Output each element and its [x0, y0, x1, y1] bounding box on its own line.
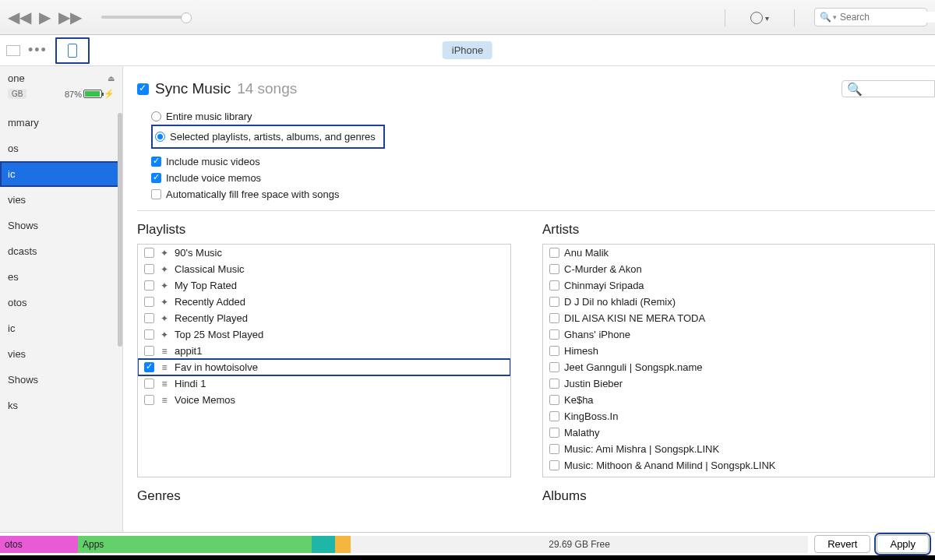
storage-other2 [335, 536, 351, 553]
checkbox[interactable] [144, 329, 154, 340]
playlists-header: Playlists [137, 222, 511, 238]
artist-item[interactable]: Music: Ami Mishra | Songspk.LINK [543, 441, 934, 457]
playlist-item[interactable]: ≡Hindi 1 [138, 375, 510, 392]
account-menu[interactable]: ▾ [725, 9, 795, 26]
sync-music-checkbox[interactable] [137, 83, 149, 95]
checkbox-include-memos[interactable]: Include voice memos [151, 170, 935, 186]
checkbox[interactable] [144, 264, 154, 274]
playlist-item[interactable]: ✦Recently Played [138, 310, 510, 326]
checkbox[interactable] [144, 346, 154, 356]
checkbox[interactable] [144, 313, 154, 323]
sidebar-item[interactable]: os [0, 136, 122, 161]
sidebar-item[interactable]: mmary [0, 110, 122, 136]
scrollbar[interactable] [118, 113, 122, 347]
global-search[interactable]: 🔍▾ [814, 8, 927, 26]
checkbox[interactable] [144, 362, 154, 372]
playlist-item[interactable]: ✦Top 25 Most Played [138, 326, 510, 343]
checkbox[interactable] [144, 379, 154, 389]
device-tab[interactable]: iPhone [443, 41, 492, 59]
sidebar-item[interactable]: dcasts [0, 238, 122, 264]
checkbox[interactable] [549, 313, 559, 323]
more-icon[interactable]: ••• [28, 42, 48, 58]
checkbox[interactable] [549, 297, 559, 307]
artist-item[interactable]: Chinmayi Sripada [543, 277, 934, 294]
sync-music-title: Sync Music [155, 80, 231, 97]
checkbox[interactable] [549, 444, 559, 454]
apply-button[interactable]: Apply [877, 535, 929, 553]
artist-item[interactable]: C-Murder & Akon [543, 261, 934, 277]
checkbox[interactable] [549, 362, 559, 372]
artist-item[interactable]: Justin Bieber [543, 375, 934, 392]
storage-photos: otos [0, 536, 78, 553]
playlist-label: Hindi 1 [175, 378, 206, 389]
sidebar-item[interactable]: ic [0, 161, 122, 187]
checkbox[interactable] [549, 329, 559, 340]
search-input[interactable] [840, 12, 935, 23]
prev-button[interactable]: ◀◀ [8, 8, 31, 26]
battery-indicator: 87% ⚡ [65, 89, 115, 99]
artist-label: Chinmayi Sripada [564, 280, 644, 291]
playlists-list[interactable]: ✦90's Music✦Classical Music✦My Top Rated… [137, 244, 511, 477]
checkbox[interactable] [549, 428, 559, 438]
artist-item[interactable]: Ghans' iPhone [543, 326, 934, 343]
playlist-label: Recently Added [175, 296, 245, 308]
content-search[interactable]: 🔍 [842, 80, 935, 97]
sidebar-item[interactable]: ks [0, 393, 122, 418]
sidebar-item[interactable]: ic [0, 315, 122, 341]
playlist-item[interactable]: ✦Recently Added [138, 294, 510, 310]
artist-item[interactable]: DIL AISA KISI NE MERA TODA [543, 310, 934, 326]
artist-item[interactable]: Himesh [543, 343, 934, 359]
playlist-item[interactable]: ≡Voice Memos [138, 392, 510, 408]
artist-item[interactable]: D J Dil no khladi (Remix) [543, 294, 934, 310]
storage-apps: Apps [78, 536, 312, 553]
next-button[interactable]: ▶▶ [58, 8, 82, 26]
checkbox[interactable] [144, 395, 154, 405]
checkbox[interactable] [549, 379, 559, 389]
source-toolbar: ••• iPhone [0, 35, 935, 66]
artist-item[interactable]: Jeet Gannguli | Songspk.name [543, 359, 934, 375]
charging-icon: ⚡ [104, 89, 115, 99]
checkbox[interactable] [549, 411, 559, 421]
checkbox[interactable] [549, 460, 559, 470]
playlist-item[interactable]: ✦My Top Rated [138, 277, 510, 294]
artist-item[interactable]: Music: Mithoon & Anand Milind | Songspk.… [543, 457, 934, 474]
playlist-label: 90's Music [175, 247, 222, 259]
radio-entire-library[interactable]: Entire music library [151, 108, 935, 125]
search-icon: 🔍 [847, 82, 863, 97]
device-button[interactable] [55, 37, 90, 64]
sidebar-item[interactable]: es [0, 264, 122, 290]
play-button[interactable]: ▶ [39, 8, 51, 26]
artist-item[interactable]: Ke$ha [543, 392, 934, 408]
eject-icon[interactable]: ⏏ [108, 74, 115, 83]
volume-slider[interactable] [101, 16, 187, 19]
checkbox-include-videos[interactable]: Include music videos [151, 153, 935, 170]
capacity-badge: GB [8, 89, 26, 99]
checkbox[interactable] [549, 395, 559, 405]
sidebar-item[interactable]: vies [0, 341, 122, 367]
playlist-item[interactable]: ≡appit1 [138, 343, 510, 359]
checkbox[interactable] [549, 248, 559, 258]
checkbox[interactable] [144, 248, 154, 258]
smart-playlist-icon: ✦ [159, 248, 170, 259]
artist-item[interactable]: KingBoss.In [543, 408, 934, 424]
revert-button[interactable]: Revert [814, 535, 870, 553]
checkbox[interactable] [549, 264, 559, 274]
checkbox[interactable] [549, 280, 559, 291]
playlist-item[interactable]: ≡Fav in howtoisolve [138, 359, 510, 375]
sidebar-item[interactable]: Shows [0, 367, 122, 393]
sidebar-item[interactable]: otos [0, 290, 122, 315]
sidebar-item[interactable]: vies [0, 187, 122, 213]
radio-selected-playlists[interactable]: Selected playlists, artists, albums, and… [155, 129, 376, 145]
playlist-item[interactable]: ✦Classical Music [138, 261, 510, 277]
artist-item[interactable]: Anu Malik [543, 245, 934, 261]
checkbox[interactable] [144, 280, 154, 291]
artist-item[interactable]: Malathy [543, 424, 934, 441]
playlist-icon: ≡ [159, 362, 170, 373]
playlist-item[interactable]: ✦90's Music [138, 245, 510, 261]
checkbox-autofill[interactable]: Automatically fill free space with songs [151, 186, 935, 203]
artists-list[interactable]: Anu MalikC-Murder & AkonChinmayi Sripada… [542, 244, 935, 477]
checkbox[interactable] [549, 346, 559, 356]
category-button[interactable] [6, 45, 20, 56]
checkbox[interactable] [144, 297, 154, 307]
sidebar-item[interactable]: Shows [0, 213, 122, 238]
